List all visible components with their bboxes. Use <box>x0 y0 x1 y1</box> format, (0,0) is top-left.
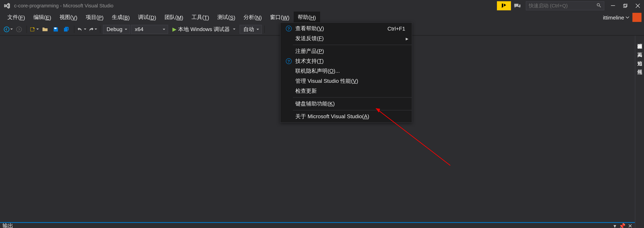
svg-rect-4 <box>624 4 627 7</box>
svg-rect-3 <box>623 5 626 8</box>
save-all-button[interactable] <box>62 24 72 34</box>
menu-item-tech-support[interactable]: ? 技术支持(T) <box>280 56 412 66</box>
menu-debug[interactable]: 调试(D) <box>134 12 160 23</box>
undo-button[interactable] <box>77 24 87 34</box>
minimize-button[interactable] <box>607 0 619 12</box>
new-project-button[interactable] <box>29 24 39 34</box>
title-bar: c-core-programming - Microsoft Visual St… <box>0 0 644 12</box>
vs-logo-icon <box>3 2 11 10</box>
menu-file[interactable]: 文件(F) <box>3 12 29 23</box>
panel-tab-server-explorer[interactable]: 服务器资源管理器 <box>635 37 644 42</box>
redo-button[interactable] <box>88 24 98 34</box>
svg-line-1 <box>599 6 601 7</box>
menu-bar: 文件(F) 编辑(E) 视图(V) 项目(P) 生成(B) 调试(D) 团队(M… <box>0 12 644 23</box>
panel-tab-properties[interactable]: 属性 <box>635 63 644 68</box>
help-menu-dropdown: ? 查看帮助(V) Ctrl+F1 发送反馈(F) ▸ 注册产品(P) ? 技术… <box>280 22 412 123</box>
nav-back-button[interactable] <box>3 24 13 34</box>
menu-separator <box>293 110 412 110</box>
quick-launch-input[interactable] <box>529 3 596 9</box>
account-menu[interactable]: ittimeline <box>600 13 644 22</box>
configuration-dropdown[interactable]: Debug <box>103 25 130 34</box>
save-button[interactable] <box>51 24 61 34</box>
menu-view[interactable]: 视图(V) <box>55 12 82 23</box>
platform-dropdown[interactable]: x64 <box>131 25 168 34</box>
menu-item-manage-perf[interactable]: 管理 Visual Studio 性能(V) <box>280 76 412 86</box>
menu-item-keyboard-access[interactable]: 键盘辅助功能(K) <box>280 99 412 109</box>
menu-item-register[interactable]: 注册产品(P) <box>280 46 412 56</box>
menu-edit[interactable]: 编辑(E) <box>29 12 55 23</box>
menu-separator <box>293 97 412 98</box>
help-icon: ? <box>286 58 292 64</box>
menu-separator <box>293 45 412 45</box>
quick-launch-box[interactable] <box>526 1 604 10</box>
menu-tools[interactable]: 工具(T) <box>187 12 213 23</box>
svg-rect-2 <box>611 5 615 6</box>
svg-point-8 <box>16 27 22 32</box>
notification-flag-button[interactable] <box>497 1 511 10</box>
menu-help[interactable]: 帮助(H) <box>294 12 320 23</box>
panel-tab-toolbox[interactable]: 工具箱 <box>635 46 644 51</box>
submenu-arrow-icon: ▸ <box>406 36 408 42</box>
svg-point-7 <box>4 27 9 32</box>
menu-item-privacy[interactable]: 联机隐私声明(O)... <box>280 66 412 76</box>
menu-item-send-feedback[interactable]: 发送反馈(F) ▸ <box>280 34 412 44</box>
start-label: 本地 Windows 调试器 <box>178 25 230 33</box>
svg-point-0 <box>597 3 600 6</box>
menu-project[interactable]: 项目(P) <box>82 12 108 23</box>
chevron-down-icon <box>626 16 629 19</box>
menu-analyze[interactable]: 分析(N) <box>240 12 266 23</box>
feedback-button[interactable] <box>511 0 524 12</box>
account-name: ittimeline <box>603 14 624 21</box>
menu-item-about[interactable]: 关于 Microsoft Visual Studio(A) <box>280 112 412 122</box>
search-icon <box>596 3 602 9</box>
shortcut-label: Ctrl+F1 <box>388 25 408 32</box>
menu-build[interactable]: 生成(B) <box>108 12 134 23</box>
svg-rect-10 <box>54 27 56 29</box>
auto-dropdown[interactable]: 自动 <box>240 25 262 34</box>
open-file-button[interactable] <box>40 24 50 34</box>
help-icon: ? <box>286 26 292 31</box>
right-panel-tabs: 服务器资源管理器 工具箱 通知 属性 <box>635 36 644 228</box>
menu-item-check-updates[interactable]: 检查更新 <box>280 86 412 96</box>
close-icon[interactable]: ✕ <box>628 223 632 228</box>
play-icon: ▶ <box>172 26 176 32</box>
output-panel-header[interactable]: 输出 ▾ 📌 ✕ <box>0 222 635 228</box>
account-avatar[interactable] <box>632 13 642 22</box>
start-debugging-button[interactable]: ▶ 本地 Windows 调试器 <box>169 24 239 34</box>
dropdown-icon[interactable]: ▾ <box>614 223 616 228</box>
window-title: c-core-programming - Microsoft Visual St… <box>14 3 113 9</box>
menu-item-view-help[interactable]: ? 查看帮助(V) Ctrl+F1 <box>280 24 412 33</box>
maximize-button[interactable] <box>619 0 632 12</box>
output-label: 输出 <box>2 222 13 228</box>
menu-test[interactable]: 测试(S) <box>213 12 240 23</box>
menu-team[interactable]: 团队(M) <box>160 12 187 23</box>
nav-forward-button[interactable] <box>14 24 24 34</box>
pin-icon[interactable]: 📌 <box>619 223 626 228</box>
close-button[interactable] <box>632 0 644 12</box>
panel-tab-notifications[interactable]: 通知 <box>635 55 644 60</box>
menu-window[interactable]: 窗口(W) <box>266 12 294 23</box>
